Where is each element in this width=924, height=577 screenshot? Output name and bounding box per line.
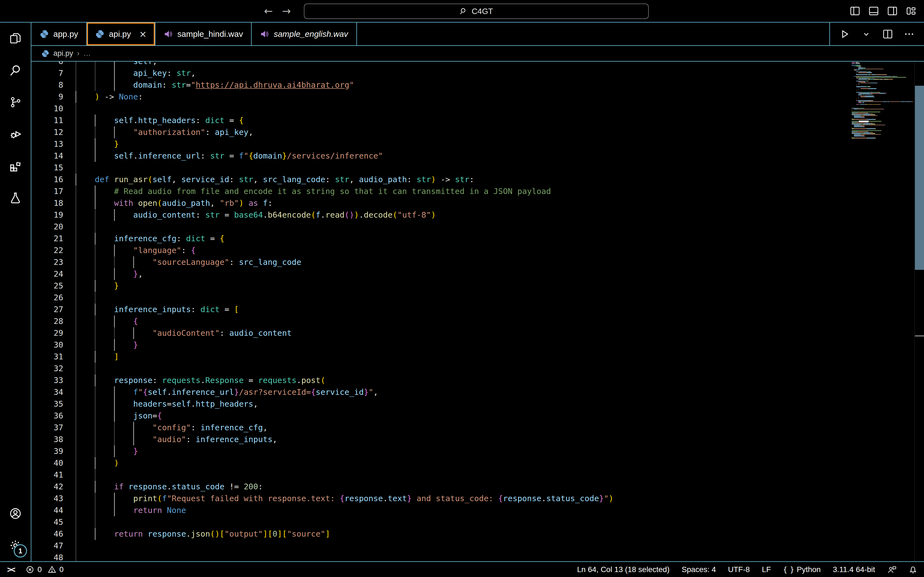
scrollbar-slider[interactable] <box>915 86 924 270</box>
activity-run-debug[interactable] <box>0 118 31 150</box>
run-python-file-icon[interactable] <box>839 29 850 40</box>
code-line[interactable]: 31 ] <box>31 351 924 363</box>
code-line[interactable]: 30 } <box>31 339 924 351</box>
minimap[interactable] <box>850 61 914 561</box>
code-line[interactable]: 12 "authorization": api_key, <box>31 126 924 138</box>
python-interpreter[interactable]: 3.11.4 64-bit <box>833 565 875 574</box>
language-mode[interactable]: { } Python <box>783 565 821 574</box>
feedback-icon[interactable] <box>887 565 897 574</box>
code-line[interactable]: 19 audio_content: str = base64.b64encode… <box>31 209 924 221</box>
line-number: 38 <box>31 434 63 445</box>
more-actions-icon[interactable] <box>904 29 915 40</box>
code-line[interactable]: 21 inference_cfg: dict = { <box>31 233 924 245</box>
activity-explorer[interactable] <box>0 23 31 55</box>
code-line[interactable]: 38 "audio": inference_inputs, <box>31 434 924 445</box>
back-icon[interactable]: ← <box>264 5 273 17</box>
code-line[interactable]: 36 json={ <box>31 410 924 422</box>
python-file-icon <box>41 50 50 58</box>
audio-file-icon <box>164 29 173 39</box>
tab-sample-english-wav[interactable]: sample_english.wav <box>252 23 357 45</box>
code-line[interactable]: 17 # Read audio from file and encode it … <box>31 185 924 197</box>
accounts-button[interactable] <box>0 498 31 529</box>
code-line[interactable]: 48 <box>31 552 924 561</box>
activity-extensions[interactable] <box>0 150 31 182</box>
line-number: 35 <box>31 398 63 410</box>
code-line[interactable]: 9 ) -> None: <box>31 91 924 103</box>
encoding-status[interactable]: UTF-8 <box>728 565 750 574</box>
code-line[interactable]: 27 inference_inputs: dict = [ <box>31 304 924 316</box>
code-line[interactable]: 43 print(f"Request failed with response.… <box>31 493 924 504</box>
code-line[interactable]: 26 <box>31 292 924 304</box>
cursor-position[interactable]: Ln 64, Col 13 (18 selected) <box>577 565 670 574</box>
line-number: 46 <box>31 528 63 540</box>
notifications-bell-icon[interactable] <box>909 565 918 574</box>
code-line[interactable]: 16 def run_asr(self, service_id: str, sr… <box>31 174 924 185</box>
code-line[interactable]: 25 } <box>31 280 924 292</box>
run-dropdown-chevron-icon[interactable] <box>861 29 872 40</box>
code-line[interactable]: 37 "config": inference_cfg, <box>31 422 924 434</box>
split-editor-icon[interactable] <box>882 29 893 40</box>
code-line[interactable]: 7 api_key: str, <box>31 67 924 79</box>
python-file-icon <box>95 29 105 39</box>
tab-sample-hindi-wav[interactable]: sample_hindi.wav <box>155 23 252 45</box>
code-line[interactable]: 35 headers=self.http_headers, <box>31 398 924 410</box>
breadcrumb-symbol[interactable]: … <box>83 49 91 58</box>
customize-layout-icon[interactable] <box>906 6 916 16</box>
activity-testing[interactable] <box>0 182 31 214</box>
debug-icon <box>9 128 22 140</box>
forward-icon[interactable]: → <box>282 5 291 17</box>
code-line[interactable]: 13 } <box>31 138 924 150</box>
code-line[interactable]: 44 return None <box>31 504 924 516</box>
tab-label: sample_hindi.wav <box>178 29 243 39</box>
code-line[interactable]: 28 { <box>31 316 924 327</box>
code-line[interactable]: 20 <box>31 221 924 233</box>
code-line[interactable]: 32 <box>31 363 924 374</box>
breadcrumb[interactable]: api.py › … <box>31 46 924 61</box>
line-number: 47 <box>31 540 63 552</box>
problems-status[interactable]: 0 0 <box>26 565 63 574</box>
breadcrumb-separator: › <box>77 49 79 58</box>
scrollbar-selection-marker <box>915 335 924 337</box>
eol-status[interactable]: LF <box>762 565 771 574</box>
breadcrumb-file[interactable]: api.py <box>53 49 73 58</box>
code-line[interactable]: 47 <box>31 540 924 552</box>
code-line[interactable]: 40 ) <box>31 457 924 469</box>
line-number: 22 <box>31 245 63 256</box>
settings-button[interactable]: 1 <box>0 529 31 561</box>
code-line[interactable]: 34 f"{self.inference_url}/asr?serviceId=… <box>31 386 924 398</box>
code-line[interactable]: 15 <box>31 162 924 174</box>
code-line[interactable]: 39 } <box>31 445 924 457</box>
code-line[interactable]: 11 self.http_headers: dict = { <box>31 114 924 126</box>
code-line[interactable]: 18 with open(audio_path, "rb") as f: <box>31 197 924 209</box>
toggle-primary-sidebar-icon[interactable] <box>850 6 860 16</box>
indentation-status[interactable]: Spaces: 4 <box>682 565 716 574</box>
code-line[interactable]: 22 "language": { <box>31 245 924 256</box>
code-editor[interactable]: 484746 return response.json()["output"][… <box>31 61 924 561</box>
code-line[interactable]: 42 if response.status_code != 200: <box>31 481 924 493</box>
code-line[interactable]: 33 response: requests.Response = request… <box>31 374 924 386</box>
python-file-icon <box>40 29 49 39</box>
line-number: 29 <box>31 327 63 339</box>
code-line[interactable]: 29 "audioContent": audio_content <box>31 327 924 339</box>
code-line[interactable]: 23 "sourceLanguage": src_lang_code <box>31 256 924 268</box>
code-line[interactable]: 14 self.inference_url: str = f"{domain}/… <box>31 150 924 162</box>
code-line[interactable]: 46 return response.json()["output"][0]["… <box>31 528 924 540</box>
code-line[interactable]: 10 <box>31 103 924 114</box>
line-number: 9 <box>31 91 63 103</box>
tab-app-py[interactable]: app.py <box>31 23 87 45</box>
close-tab-icon[interactable]: × <box>139 29 147 39</box>
code-line[interactable]: 8 domain: str="https://api.dhruva.ai4bha… <box>31 79 924 91</box>
command-center-search[interactable]: C4GT <box>304 3 649 19</box>
remote-indicator-icon[interactable]: >< <box>7 565 14 574</box>
activity-search[interactable] <box>0 55 31 86</box>
code-line[interactable]: 45 <box>31 516 924 528</box>
code-line[interactable]: 6 self, <box>31 61 924 67</box>
tab-api-py[interactable]: api.py× <box>87 23 155 45</box>
activity-source-control[interactable] <box>0 86 31 118</box>
line-number: 43 <box>31 493 63 504</box>
toggle-panel-icon[interactable] <box>869 6 879 16</box>
search-icon <box>9 64 22 77</box>
code-line[interactable]: 41 <box>31 469 924 481</box>
toggle-secondary-sidebar-icon[interactable] <box>887 6 898 16</box>
code-line[interactable]: 24 }, <box>31 268 924 280</box>
